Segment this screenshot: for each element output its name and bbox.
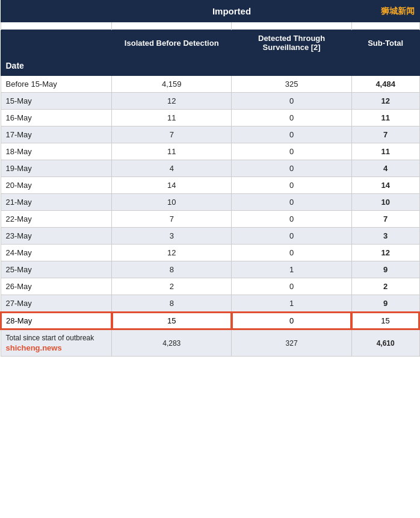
date-cell: 24-May bbox=[1, 245, 112, 261]
table-row: 15-May12012 bbox=[1, 93, 419, 110]
subheader-row: Isolated Before Detection Detected Throu… bbox=[1, 30, 419, 56]
table-body: Before 15-May4,1593254,48415-May1201216-… bbox=[1, 76, 419, 357]
table-row: 18-May11011 bbox=[1, 143, 419, 160]
date-header-label: Date bbox=[1, 56, 419, 76]
surveillance-cell: 0 bbox=[232, 228, 351, 245]
watermark-cell: 狮城新闻 bbox=[351, 1, 419, 22]
date-cell: 15-May bbox=[1, 93, 112, 110]
table-row: 26-May202 bbox=[1, 278, 419, 295]
subtotal-cell: 4 bbox=[351, 160, 419, 177]
date-cell: 27-May bbox=[1, 295, 112, 313]
table-row: 17-May707 bbox=[1, 126, 419, 143]
imported-header-row: Imported 狮城新闻 bbox=[1, 1, 419, 22]
table-row: 21-May10010 bbox=[1, 194, 419, 211]
subtotal-cell: 7 bbox=[351, 126, 419, 143]
date-header-row: Date bbox=[1, 56, 419, 76]
highlight-isolated-cell: 15 bbox=[112, 312, 232, 329]
main-table: Imported 狮城新闻 Isolated Before Detection … bbox=[0, 0, 420, 357]
isolated-cell: 3 bbox=[112, 228, 232, 245]
date-cell: Before 15-May bbox=[1, 76, 112, 93]
subtotal-cell: 7 bbox=[351, 211, 419, 228]
isolated-cell: 12 bbox=[112, 93, 232, 110]
subtotal-cell: 2 bbox=[351, 278, 419, 295]
table-row: 16-May11011 bbox=[1, 110, 419, 126]
table-row: 20-May14014 bbox=[1, 177, 419, 194]
surveillance-cell: 0 bbox=[232, 278, 351, 295]
surveillance-cell: 0 bbox=[232, 126, 351, 143]
subtotal-cell: 10 bbox=[351, 194, 419, 211]
isolated-cell: 4,159 bbox=[112, 76, 232, 93]
total-surveillance-cell: 327 bbox=[232, 329, 351, 357]
isolated-cell: 8 bbox=[112, 261, 232, 278]
isolated-header: Isolated Before Detection bbox=[112, 30, 232, 56]
highlight-surveillance-cell: 0 bbox=[232, 312, 351, 329]
highlight-subtotal-cell: 15 bbox=[351, 312, 419, 329]
table-row: 19-May404 bbox=[1, 160, 419, 177]
spacer-row bbox=[1, 22, 419, 30]
subtotal-cell: 11 bbox=[351, 110, 419, 126]
date-cell: 23-May bbox=[1, 228, 112, 245]
imported-label: Imported bbox=[112, 1, 352, 22]
date-cell: 22-May bbox=[1, 211, 112, 228]
subtotal-cell: 14 bbox=[351, 177, 419, 194]
isolated-cell: 11 bbox=[112, 143, 232, 160]
subtotal-cell: 11 bbox=[351, 143, 419, 160]
isolated-cell: 7 bbox=[112, 211, 232, 228]
date-cell: 26-May bbox=[1, 278, 112, 295]
subtotal-cell: 9 bbox=[351, 295, 419, 313]
surveillance-cell: 0 bbox=[232, 194, 351, 211]
total-subtotal-cell: 4,610 bbox=[351, 329, 419, 357]
table-row: 27-May819 bbox=[1, 295, 419, 313]
date-cell: 20-May bbox=[1, 177, 112, 194]
table-row: 24-May12012 bbox=[1, 245, 419, 261]
surveillance-cell: 0 bbox=[232, 110, 351, 126]
surveillance-cell: 0 bbox=[232, 177, 351, 194]
date-cell: 16-May bbox=[1, 110, 112, 126]
surveillance-cell: 0 bbox=[232, 245, 351, 261]
surveillance-cell: 0 bbox=[232, 143, 351, 160]
bottom-watermark-text: shicheng.news bbox=[6, 343, 107, 352]
subtotal-cell: 3 bbox=[351, 228, 419, 245]
date-cell: 19-May bbox=[1, 160, 112, 177]
isolated-cell: 7 bbox=[112, 126, 232, 143]
surveillance-header: Detected Through Surveillance [2] bbox=[232, 30, 351, 56]
table-row: Before 15-May4,1593254,484 bbox=[1, 76, 419, 93]
table-row: 22-May707 bbox=[1, 211, 419, 228]
isolated-cell: 12 bbox=[112, 245, 232, 261]
table-row: 25-May819 bbox=[1, 261, 419, 278]
date-cell: 25-May bbox=[1, 261, 112, 278]
highlight-date-cell: 28-May bbox=[1, 312, 112, 329]
subtotal-cell: 4,484 bbox=[351, 76, 419, 93]
surveillance-cell: 0 bbox=[232, 160, 351, 177]
date-cell: 17-May bbox=[1, 126, 112, 143]
isolated-cell: 2 bbox=[112, 278, 232, 295]
total-row: Total since start of outbreakshicheng.ne… bbox=[1, 329, 419, 357]
surveillance-cell: 325 bbox=[232, 76, 351, 93]
subtotal-header: Sub-Total bbox=[351, 30, 419, 56]
surveillance-cell: 1 bbox=[232, 295, 351, 313]
subtotal-cell: 12 bbox=[351, 245, 419, 261]
surveillance-cell: 1 bbox=[232, 261, 351, 278]
subtotal-cell: 9 bbox=[351, 261, 419, 278]
isolated-cell: 8 bbox=[112, 295, 232, 313]
watermark-text: 狮城新闻 bbox=[381, 6, 415, 16]
surveillance-cell: 0 bbox=[232, 93, 351, 110]
surveillance-cell: 0 bbox=[232, 211, 351, 228]
empty-header-cell bbox=[1, 1, 112, 22]
subtotal-cell: 12 bbox=[351, 93, 419, 110]
date-cell: 18-May bbox=[1, 143, 112, 160]
date-cell: 21-May bbox=[1, 194, 112, 211]
empty-subheader bbox=[1, 30, 112, 56]
isolated-cell: 11 bbox=[112, 110, 232, 126]
isolated-cell: 4 bbox=[112, 160, 232, 177]
isolated-cell: 14 bbox=[112, 177, 232, 194]
total-date-cell: Total since start of outbreakshicheng.ne… bbox=[1, 329, 112, 357]
isolated-cell: 10 bbox=[112, 194, 232, 211]
highlight-row-28-may: 28-May15015 bbox=[1, 312, 419, 329]
total-isolated-cell: 4,283 bbox=[112, 329, 232, 357]
table-row: 23-May303 bbox=[1, 228, 419, 245]
